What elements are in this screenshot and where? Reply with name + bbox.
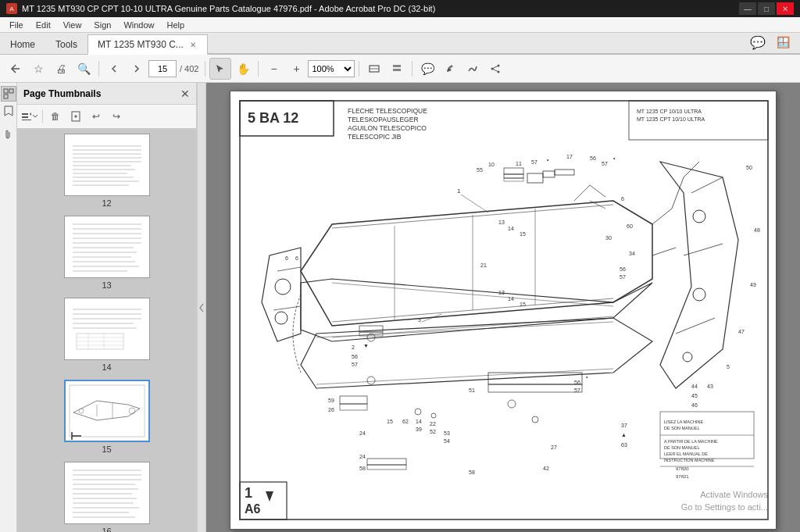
svg-text:17: 17	[566, 154, 573, 159]
technical-drawing: MT 1235 CP 10/10 ULTRA MT 1235 CPT 10/10…	[238, 99, 770, 521]
svg-text:43: 43	[707, 384, 713, 389]
menu-window[interactable]: Window	[117, 19, 160, 31]
zoom-select[interactable]: 100% 75% 150% 200%	[308, 60, 355, 77]
attachments-panel-icon[interactable]	[1, 127, 16, 142]
toolbar-navigation: ☆ 🖨 🔍	[5, 58, 95, 80]
svg-text:49: 49	[750, 282, 756, 287]
thumbnails-panel-icon[interactable]	[1, 86, 16, 102]
svg-text:26: 26	[328, 407, 334, 412]
svg-text:15: 15	[520, 302, 526, 307]
svg-text:24: 24	[359, 430, 366, 436]
svg-text:13: 13	[498, 290, 505, 295]
sidebar-undo-button[interactable]: ↩	[87, 107, 105, 126]
share2-button[interactable]	[484, 58, 506, 80]
svg-rect-67	[240, 101, 768, 520]
zoom-out-button[interactable]: −	[262, 58, 284, 80]
left-panel	[0, 83, 17, 532]
page-number-input[interactable]: 15	[148, 60, 177, 77]
svg-text:44: 44	[691, 384, 698, 389]
chat-button[interactable]: 💬	[747, 31, 769, 53]
svg-text:6: 6	[295, 255, 298, 261]
svg-text:97821: 97821	[676, 474, 689, 479]
print-button[interactable]: 🖨	[50, 58, 72, 80]
svg-text:56: 56	[620, 266, 626, 272]
sidebar-header: Page Thumbnails ✕	[17, 83, 196, 105]
thumbnail-15[interactable]: 15	[64, 380, 150, 454]
svg-text:▼: ▼	[363, 343, 369, 348]
thumbnail-16-label: 16	[102, 527, 111, 532]
svg-text:TELESKOPAUSLEGER: TELESKOPAUSLEGER	[348, 116, 419, 123]
svg-text:INSTRUCTION MACHINE: INSTRUCTION MACHINE	[664, 458, 715, 462]
thumbnail-14[interactable]: 14	[64, 298, 150, 372]
sidebar-options-button[interactable]	[20, 107, 39, 126]
svg-text:60: 60	[627, 223, 633, 229]
svg-text:15: 15	[387, 419, 393, 424]
svg-text:59: 59	[328, 398, 334, 403]
scroll-mode-button[interactable]	[386, 58, 408, 80]
menu-edit[interactable]: Edit	[30, 19, 57, 31]
minimize-button[interactable]: —	[739, 2, 756, 15]
title-bar-controls[interactable]: — □ ✕	[739, 2, 794, 15]
sign-button[interactable]	[462, 58, 484, 80]
fit-width-button[interactable]	[363, 58, 385, 80]
svg-text:46: 46	[691, 402, 698, 408]
thumbnail-16[interactable]: 16	[64, 462, 150, 532]
svg-text:54: 54	[444, 438, 450, 444]
maximize-button[interactable]: □	[758, 2, 775, 15]
svg-text:42: 42	[543, 466, 549, 471]
bookmarks-panel-icon[interactable]	[1, 103, 16, 119]
svg-text:47: 47	[738, 329, 745, 334]
cursor-tool-button[interactable]	[209, 58, 231, 80]
prev-page-button[interactable]	[103, 58, 125, 80]
hand-tool-button[interactable]: ✋	[232, 58, 254, 80]
svg-text:53: 53	[444, 430, 450, 436]
back-button[interactable]	[5, 58, 27, 80]
svg-text:LEER EL MANUAL DE: LEER EL MANUAL DE	[664, 452, 708, 456]
svg-text:2: 2	[352, 345, 355, 350]
svg-rect-9	[22, 113, 28, 115]
svg-text:11: 11	[516, 161, 522, 166]
thumbnails-area[interactable]: 12	[17, 129, 196, 532]
close-button[interactable]: ✕	[777, 2, 794, 15]
svg-rect-37	[65, 298, 149, 359]
sidebar-toolbar: 🗑 ↩ ↪	[17, 105, 196, 129]
svg-text:63: 63	[621, 442, 627, 448]
tab-close-icon[interactable]: ✕	[188, 40, 198, 50]
menu-bar: File Edit View Sign Window Help	[0, 17, 800, 33]
sidebar-redo-button[interactable]: ↪	[107, 107, 126, 126]
sidebar-insert-button[interactable]	[66, 107, 85, 126]
svg-text:3: 3	[418, 317, 421, 323]
menu-help[interactable]: Help	[161, 19, 191, 31]
bookmark-button[interactable]: ☆	[27, 58, 49, 80]
thumbnail-12[interactable]: 12	[64, 134, 150, 208]
comment-button[interactable]: 💬	[416, 58, 438, 80]
svg-text:5: 5	[727, 364, 730, 370]
tab-home[interactable]: Home	[0, 34, 45, 54]
find-button[interactable]: 🔍	[73, 58, 95, 80]
zoom-in-button[interactable]: +	[285, 58, 307, 80]
tab-tools[interactable]: Tools	[45, 34, 88, 54]
svg-text:DE SON MANUEL: DE SON MANUEL	[664, 426, 700, 430]
tab-document[interactable]: MT 1235 MT930 C... ✕	[88, 34, 208, 55]
menu-file[interactable]: File	[3, 19, 30, 31]
pdf-viewer[interactable]: MT 1235 CP 10/10 ULTRA MT 1235 CPT 10/10…	[206, 83, 800, 532]
next-page-button[interactable]	[126, 58, 148, 80]
menu-sign[interactable]: Sign	[88, 19, 117, 31]
svg-text:6: 6	[285, 255, 288, 261]
svg-text:5 BA 12: 5 BA 12	[248, 110, 298, 126]
thumbnail-13[interactable]: 13	[64, 216, 150, 290]
sidebar-collapse-handle[interactable]	[197, 83, 206, 532]
pdf-page: MT 1235 CP 10/10 ULTRA MT 1235 CPT 10/10…	[230, 91, 777, 530]
highlight-button[interactable]	[439, 58, 461, 80]
menu-view[interactable]: View	[57, 19, 88, 31]
svg-text:45: 45	[691, 393, 698, 398]
svg-text:57: 57	[531, 159, 538, 165]
svg-text:30: 30	[605, 235, 612, 241]
thumbnail-15-label: 15	[102, 445, 111, 454]
sidebar-close-button[interactable]: ✕	[180, 87, 190, 100]
svg-text:14: 14	[416, 419, 422, 424]
sidebar-delete-button[interactable]: 🗑	[46, 107, 65, 126]
share-button[interactable]: 🪟	[772, 31, 794, 53]
svg-text:57: 57	[352, 362, 358, 367]
svg-text:15: 15	[520, 231, 526, 237]
